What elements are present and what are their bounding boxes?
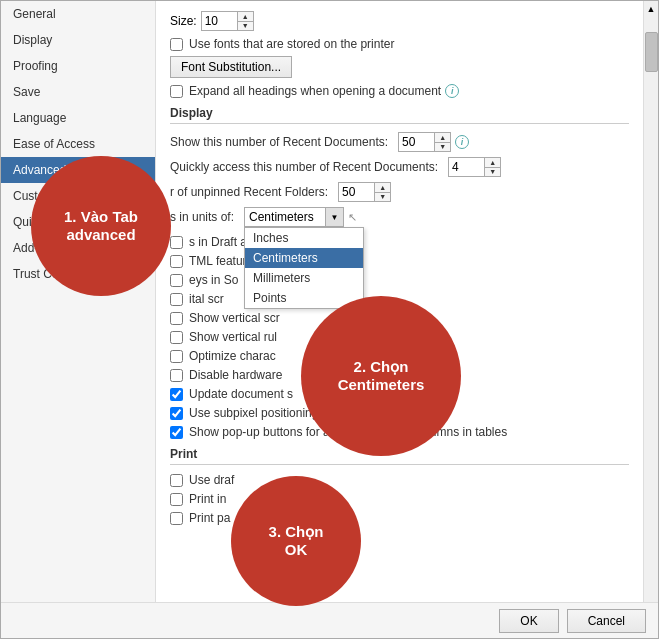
optimize-checkbox[interactable] — [170, 350, 183, 363]
print-pages-row: Print pa — [170, 511, 629, 525]
sidebar-item-proofing[interactable]: Proofing — [1, 53, 155, 79]
font-substitution-button[interactable]: Font Substitution... — [170, 56, 292, 78]
quick-access-up-btn[interactable]: ▲ — [485, 158, 500, 168]
show-horiz-row: Show vertical scr — [170, 311, 629, 325]
units-row: s in units of: Centimeters ▼ Inches Cent… — [170, 207, 629, 227]
sidebar-item-trust-center[interactable]: Trust Center — [1, 261, 155, 287]
recent-docs-row: Show this number of Recent Documents: ▲ … — [170, 132, 629, 152]
unpinned-up-btn[interactable]: ▲ — [375, 183, 390, 193]
size-down-btn[interactable]: ▼ — [238, 22, 253, 31]
dialog-body: General Display Proofing Save Language E… — [1, 1, 658, 602]
sidebar-item-advanced[interactable]: Advanced — [1, 157, 155, 183]
dropdown-item-centimeters[interactable]: Centimeters — [245, 248, 363, 268]
size-up-btn[interactable]: ▲ — [238, 12, 253, 22]
print-pages-checkbox[interactable] — [170, 512, 183, 525]
ok-button[interactable]: OK — [499, 609, 558, 633]
quick-access-label: Quickly access this number of Recent Doc… — [170, 160, 438, 174]
display-section-title: Display — [170, 106, 629, 124]
size-input[interactable] — [202, 12, 237, 30]
info-icon: i — [445, 84, 459, 98]
optimize-row: Optimize charac — [170, 349, 629, 363]
sidebar: General Display Proofing Save Language E… — [1, 1, 156, 602]
recent-docs-info-icon: i — [455, 135, 469, 149]
keys-row: eys in So — [170, 273, 629, 287]
use-fonts-label: Use fonts that are stored on the printer — [189, 37, 394, 51]
main-content: Size: ▲ ▼ Use fonts that are stored on t… — [156, 1, 643, 602]
recent-docs-up-btn[interactable]: ▲ — [435, 133, 450, 143]
unpinned-row: r of unpinned Recent Folders: ▲ ▼ — [170, 182, 629, 202]
digital-row: ital scr — [170, 292, 629, 306]
use-fonts-row: Use fonts that are stored on the printer — [170, 37, 629, 51]
expand-headings-row: Expand all headings when opening a docum… — [170, 84, 629, 98]
popup-row: Show pop-up buttons for adding rows and … — [170, 425, 629, 439]
disable-hardware-checkbox[interactable] — [170, 369, 183, 382]
dropdown-arrow-icon: ▼ — [325, 208, 343, 226]
expand-headings-checkbox[interactable] — [170, 85, 183, 98]
dropdown-item-points[interactable]: Points — [245, 288, 363, 308]
update-doc-row: Update document s — [170, 387, 629, 401]
vertical-ruler-label: Show vertical rul — [189, 330, 277, 344]
sidebar-item-save[interactable]: Save — [1, 79, 155, 105]
recent-docs-input[interactable] — [399, 133, 434, 151]
keys-label: eys in So — [189, 273, 238, 287]
use-draft-checkbox[interactable] — [170, 474, 183, 487]
vertical-ruler-row: Show vertical rul — [170, 330, 629, 344]
sidebar-item-add-ins[interactable]: Add-ins — [1, 235, 155, 261]
recent-docs-down-btn[interactable]: ▼ — [435, 143, 450, 152]
recent-docs-label: Show this number of Recent Documents: — [170, 135, 388, 149]
size-row: Size: ▲ ▼ — [170, 11, 629, 31]
keys-checkbox[interactable] — [170, 274, 183, 287]
disable-hardware-row: Disable hardware — [170, 368, 629, 382]
units-dropdown-menu: Inches Centimeters Millimeters Points — [244, 227, 364, 309]
units-dropdown[interactable]: Centimeters ▼ — [244, 207, 344, 227]
html-checkbox[interactable] — [170, 255, 183, 268]
show-horiz-checkbox[interactable] — [170, 312, 183, 325]
digital-checkbox[interactable] — [170, 293, 183, 306]
popup-checkbox[interactable] — [170, 426, 183, 439]
unpinned-input[interactable] — [339, 183, 374, 201]
quick-access-row: Quickly access this number of Recent Doc… — [170, 157, 629, 177]
sidebar-item-ease-of-access[interactable]: Ease of Access — [1, 131, 155, 157]
disable-hardware-label: Disable hardware — [189, 368, 282, 382]
unpinned-down-btn[interactable]: ▼ — [375, 193, 390, 202]
vertical-ruler-checkbox[interactable] — [170, 331, 183, 344]
scrollbar-thumb[interactable] — [645, 32, 658, 72]
quick-access-input[interactable] — [449, 158, 484, 176]
sidebar-item-language[interactable]: Language — [1, 105, 155, 131]
show-horiz-label: Show vertical scr — [189, 311, 280, 325]
subpixel-label: Use subpixel positioning — [189, 406, 318, 420]
use-draft-row: Use draf — [170, 473, 629, 487]
print-row: Print in — [170, 492, 629, 506]
cancel-button[interactable]: Cancel — [567, 609, 646, 633]
dropdown-item-millimeters[interactable]: Millimeters — [245, 268, 363, 288]
draft-outline-checkbox[interactable] — [170, 236, 183, 249]
optimize-label: Optimize charac — [189, 349, 276, 363]
draft-outline-row: s in Draft and Outline views: — [170, 235, 629, 249]
subpixel-row: Use subpixel positioning — [170, 406, 629, 420]
sidebar-item-general[interactable]: General — [1, 1, 155, 27]
sidebar-item-customize-ribbon[interactable]: Customize Ribbon — [1, 183, 155, 209]
sidebar-item-quick-access[interactable]: Quick Access Tool... — [1, 209, 155, 235]
subpixel-checkbox[interactable] — [170, 407, 183, 420]
print-label: Print in — [189, 492, 226, 506]
unpinned-label: r of unpinned Recent Folders: — [170, 185, 328, 199]
popup-label: Show pop-up buttons for adding rows and … — [189, 425, 507, 439]
scrollbar-up-btn[interactable]: ▲ — [647, 1, 656, 17]
print-section-title: Print — [170, 447, 629, 465]
dropdown-item-inches[interactable]: Inches — [245, 228, 363, 248]
cursor-icon: ↖ — [348, 211, 357, 224]
size-label: Size: — [170, 14, 197, 28]
print-pages-label: Print pa — [189, 511, 230, 525]
print-checkbox[interactable] — [170, 493, 183, 506]
digital-label: ital scr — [189, 292, 224, 306]
quick-access-down-btn[interactable]: ▼ — [485, 168, 500, 177]
update-doc-checkbox[interactable] — [170, 388, 183, 401]
units-dropdown-value: Centimeters — [245, 210, 325, 224]
sidebar-item-display[interactable]: Display — [1, 27, 155, 53]
units-dropdown-container: Centimeters ▼ Inches Centimeters Millime… — [244, 207, 344, 227]
scrollbar-right[interactable]: ▲ — [643, 1, 658, 602]
use-fonts-checkbox[interactable] — [170, 38, 183, 51]
bottom-bar: OK Cancel — [1, 602, 658, 638]
units-label: s in units of: — [170, 210, 234, 224]
html-row: TML features — [170, 254, 629, 268]
